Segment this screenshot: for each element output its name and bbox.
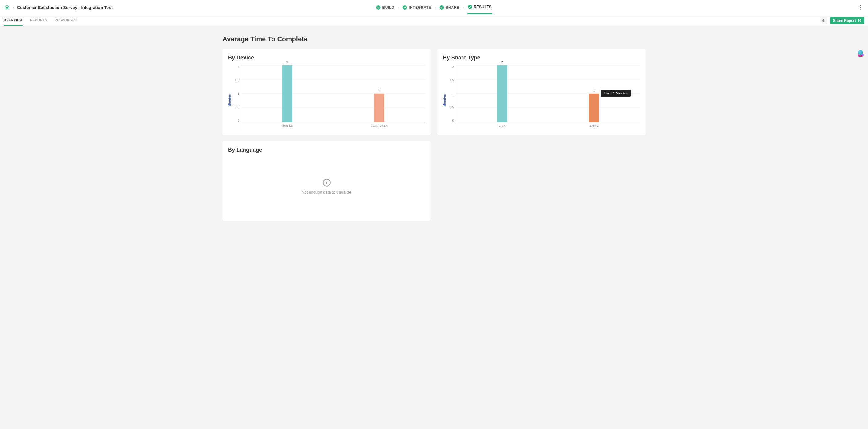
chevron-right-icon: › — [463, 6, 464, 9]
info-icon — [322, 178, 331, 187]
y-axis-ticks: 2 1.5 1 0.5 0 — [448, 65, 456, 129]
card-by-language: By Language Not enough data to visualize — [222, 141, 431, 221]
card-by-share-type: By Share Type Minutes 2 1.5 1 0.5 0 — [437, 49, 646, 135]
ytick: 0.5 — [448, 106, 454, 109]
external-link-icon — [858, 19, 861, 23]
bar-value-label: 2 — [286, 60, 288, 64]
step-share[interactable]: SHARE — [439, 1, 460, 14]
ytick: 1.5 — [448, 79, 454, 82]
ytick: 1 — [448, 92, 454, 95]
step-label: INTEGRATE — [409, 5, 431, 10]
ytick: 2 — [233, 65, 239, 68]
progress-steps: BUILD › INTEGRATE › SHARE › RESULTS — [376, 1, 493, 14]
bar-link[interactable]: 2 — [497, 65, 507, 122]
chart-by-device: Minutes 2 1.5 1 0.5 0 — [228, 65, 425, 129]
bar-mobile[interactable]: 2 — [282, 65, 292, 122]
plot-area: 2 1 MOBILE COMPUTER — [241, 65, 425, 129]
step-label: RESULTS — [474, 5, 492, 9]
chart-tooltip: Email:1 Minutes — [601, 89, 630, 97]
y-axis-label: Minutes — [228, 87, 231, 107]
breadcrumb-title: Customer Satisfaction Survey - Integrati… — [17, 5, 113, 10]
ytick: 0 — [233, 119, 239, 122]
ytick: 2 — [448, 65, 454, 68]
more-menu-icon[interactable] — [857, 4, 864, 11]
bar-email[interactable]: 1 — [589, 94, 599, 122]
step-integrate[interactable]: INTEGRATE — [402, 1, 432, 14]
ytick: 1.5 — [233, 79, 239, 82]
chevron-right-icon: › — [398, 6, 399, 9]
svg-point-2 — [327, 180, 327, 181]
x-category-label: EMAIL — [548, 123, 641, 129]
ai-assistant-badge[interactable]: AI — [856, 49, 865, 58]
check-icon — [376, 5, 381, 10]
chevron-right-icon: › — [435, 6, 436, 9]
share-report-button[interactable]: Share Report — [830, 17, 864, 24]
ai-orb-icon — [858, 50, 863, 55]
card-title: By Language — [228, 147, 425, 153]
main-area: Average Time To Complete By Device Minut… — [0, 26, 868, 429]
step-label: SHARE — [445, 5, 459, 10]
x-category-label: MOBILE — [241, 123, 333, 129]
ytick: 0.5 — [233, 106, 239, 109]
x-category-label: LINK — [456, 123, 548, 129]
card-by-device: By Device Minutes 2 1.5 1 0.5 0 — [222, 49, 431, 135]
bar-value-label: 2 — [501, 60, 503, 64]
bar-value-label: 1 — [378, 89, 380, 92]
check-icon — [403, 5, 407, 10]
step-results[interactable]: RESULTS — [467, 1, 492, 14]
section-title: Average Time To Complete — [222, 26, 646, 49]
ytick: 1 — [233, 92, 239, 95]
empty-state: Not enough data to visualize — [228, 158, 425, 215]
tab-overview[interactable]: OVERVIEW — [4, 15, 23, 26]
top-bar: › Customer Satisfaction Survey - Integra… — [0, 0, 868, 15]
ytick: 0 — [448, 119, 454, 122]
home-icon[interactable] — [4, 4, 10, 11]
card-title: By Device — [228, 55, 425, 61]
tab-reports[interactable]: REPORTS — [30, 15, 47, 26]
x-category-label: COMPUTER — [333, 123, 426, 129]
plot-area: 2 1 Email:1 Minutes LINK — [456, 65, 640, 129]
bar-computer[interactable]: 1 — [374, 94, 384, 122]
bar-value-label: 1 — [593, 89, 595, 92]
download-button[interactable] — [820, 17, 827, 24]
tabs-bar: OVERVIEW REPORTS RESPONSES Share Report — [0, 15, 868, 26]
y-axis-label: Minutes — [443, 87, 446, 107]
empty-state-text: Not enough data to visualize — [302, 190, 351, 195]
chart-by-share-type: Minutes 2 1.5 1 0.5 0 — [443, 65, 640, 129]
y-axis-ticks: 2 1.5 1 0.5 0 — [233, 65, 241, 129]
check-icon — [468, 5, 472, 9]
check-icon — [439, 5, 444, 10]
step-label: BUILD — [382, 5, 395, 10]
tab-responses[interactable]: RESPONSES — [55, 15, 77, 26]
card-title: By Share Type — [443, 55, 640, 61]
step-build[interactable]: BUILD — [376, 1, 395, 14]
breadcrumb-chevron-icon: › — [13, 5, 14, 10]
share-report-label: Share Report — [833, 19, 856, 23]
